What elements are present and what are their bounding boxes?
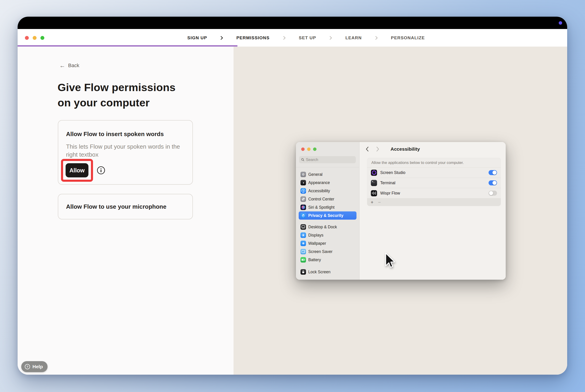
highlight-frame: Allow bbox=[61, 159, 93, 182]
permissions-panel: ← Back Give Flow permissions on your com… bbox=[18, 46, 233, 375]
sidebar-item-accessibility[interactable]: Accessibility bbox=[299, 187, 357, 195]
accessibility-icon bbox=[301, 188, 306, 194]
window-controls bbox=[25, 36, 44, 40]
control-center-icon bbox=[301, 196, 306, 202]
step-personalize: PERSONALIZE bbox=[391, 36, 425, 40]
recording-indicator-dot bbox=[559, 21, 562, 25]
desktop-dock-icon bbox=[301, 224, 306, 230]
help-label: Help bbox=[33, 364, 43, 370]
sun-icon bbox=[301, 232, 306, 238]
nav-forward-icon[interactable] bbox=[376, 146, 380, 152]
svg-text:?: ? bbox=[27, 365, 28, 368]
back-arrow-icon: ← bbox=[59, 62, 65, 68]
group-footer: + − bbox=[367, 198, 501, 206]
pane-title: Accessibility bbox=[391, 146, 420, 152]
group-caption: Allow the applications below to control … bbox=[367, 158, 501, 168]
sidebar-item-appearance[interactable]: ◑ Appearance bbox=[299, 178, 357, 187]
step-permissions: PERMISSIONS bbox=[236, 36, 269, 40]
minimize-window-button[interactable] bbox=[307, 148, 311, 151]
step-set-up: SET UP bbox=[299, 36, 316, 40]
help-button[interactable]: ? Help bbox=[21, 361, 48, 372]
sidebar-item-control-center[interactable]: Control Center bbox=[299, 195, 357, 203]
flower-icon: ❋ bbox=[301, 241, 306, 246]
remove-app-button[interactable]: − bbox=[378, 200, 381, 204]
sidebar-item-desktop-dock[interactable]: Desktop & Dock bbox=[299, 223, 357, 231]
page-title: Give Flow permissions on your computer bbox=[58, 80, 190, 110]
settings-search[interactable] bbox=[299, 156, 356, 163]
demo-area: ⚙ General ◑ Appearance Accessibility bbox=[233, 46, 567, 375]
app-header: SIGN UP PERMISSIONS SET UP LEARN PERSONA… bbox=[18, 29, 567, 46]
app-row-screen-studio: Screen Studio bbox=[367, 168, 501, 178]
sidebar-item-privacy-security[interactable]: Privacy & Security bbox=[299, 212, 357, 220]
allow-accessibility-button[interactable]: Allow bbox=[66, 163, 88, 178]
screen-studio-toggle[interactable] bbox=[489, 170, 497, 175]
onboarding-stepper: SIGN UP PERMISSIONS SET UP LEARN PERSONA… bbox=[187, 36, 425, 40]
lock-icon bbox=[301, 269, 306, 275]
card-description: This lets Flow put your spoken words in … bbox=[66, 143, 183, 158]
terminal-app-icon bbox=[371, 180, 377, 186]
gear-icon: ⚙ bbox=[301, 172, 306, 177]
search-input[interactable] bbox=[306, 158, 354, 162]
card-title: Allow Flow to use your microphone bbox=[66, 203, 166, 210]
sidebar-item-lock-screen[interactable]: Lock Screen bbox=[299, 268, 357, 276]
zoom-window-button[interactable] bbox=[41, 36, 44, 40]
back-button[interactable]: ← Back bbox=[59, 62, 79, 68]
sidebar-item-wallpaper[interactable]: ❋ Wallpaper bbox=[299, 239, 357, 248]
terminal-toggle[interactable] bbox=[489, 180, 497, 186]
step-sign-up: SIGN UP bbox=[187, 36, 207, 40]
window-top-bar bbox=[18, 17, 567, 29]
battery-icon bbox=[301, 257, 306, 262]
accessibility-apps-group: Allow the applications below to control … bbox=[367, 158, 501, 206]
mouse-cursor bbox=[384, 252, 395, 271]
contrast-icon: ◑ bbox=[301, 180, 306, 186]
system-settings-window: ⚙ General ◑ Appearance Accessibility bbox=[296, 142, 506, 280]
sidebar-item-battery[interactable]: Battery bbox=[299, 256, 357, 264]
screensaver-icon bbox=[301, 249, 306, 254]
nav-back-icon[interactable] bbox=[365, 146, 369, 152]
sidebar-item-general[interactable]: ⚙ General bbox=[299, 170, 357, 178]
app-row-wispr-flow: Wispr Flow bbox=[367, 188, 501, 198]
microphone-permission-card: Allow Flow to use your microphone bbox=[58, 194, 193, 220]
sidebar-item-screen-saver[interactable]: Screen Saver bbox=[299, 248, 357, 256]
divider bbox=[296, 167, 359, 167]
close-window-button[interactable] bbox=[25, 36, 29, 40]
add-app-button[interactable]: + bbox=[371, 200, 373, 204]
chevron-right-icon bbox=[219, 36, 224, 40]
close-window-button[interactable] bbox=[301, 148, 305, 151]
search-icon bbox=[301, 158, 304, 162]
wispr-flow-app-icon bbox=[371, 190, 377, 196]
chevron-right-icon bbox=[328, 36, 333, 40]
info-icon[interactable] bbox=[97, 166, 105, 175]
sidebar-item-displays[interactable]: Displays bbox=[299, 231, 357, 239]
step-learn: LEARN bbox=[345, 36, 362, 40]
hand-icon bbox=[301, 213, 306, 218]
back-label: Back bbox=[68, 62, 79, 68]
app-row-terminal: Terminal bbox=[367, 178, 501, 188]
insert-words-permission-card: Allow Flow to insert spoken words This l… bbox=[58, 120, 193, 185]
sidebar-item-siri-spotlight[interactable]: Siri & Spotlight bbox=[299, 203, 357, 212]
question-mark-icon: ? bbox=[25, 364, 30, 370]
screen-studio-app-icon bbox=[371, 170, 377, 176]
siri-icon bbox=[301, 204, 306, 210]
chevron-right-icon bbox=[282, 36, 286, 40]
flow-app-window: SIGN UP PERMISSIONS SET UP LEARN PERSONA… bbox=[18, 17, 567, 375]
settings-sidebar: ⚙ General ◑ Appearance Accessibility bbox=[296, 142, 360, 280]
wispr-flow-toggle[interactable] bbox=[489, 191, 497, 196]
settings-main-pane: Accessibility Allow the applications bel… bbox=[360, 142, 506, 280]
zoom-window-button[interactable] bbox=[313, 148, 317, 151]
card-title: Allow Flow to insert spoken words bbox=[66, 130, 184, 138]
chevron-right-icon bbox=[374, 36, 379, 40]
settings-window-controls bbox=[301, 148, 317, 151]
minimize-window-button[interactable] bbox=[33, 36, 37, 40]
